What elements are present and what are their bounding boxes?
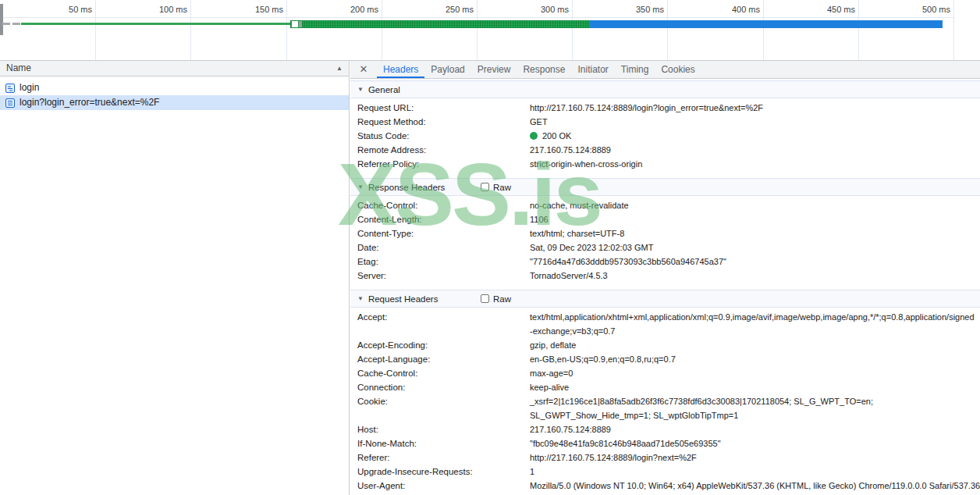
header-name: Upgrade-Insecure-Requests: (350, 465, 530, 479)
header-row: Date:Sat, 09 Dec 2023 12:02:03 GMT (350, 240, 980, 255)
close-button[interactable]: ✕ (350, 61, 377, 78)
overview-gray-dash (12, 23, 20, 25)
timeline-gridline (763, 0, 764, 60)
header-name: Remote Address: (350, 143, 530, 157)
timeline-gridline (382, 0, 382, 60)
section-header[interactable]: ▼General (350, 80, 980, 98)
header-value: 217.160.75.124:8889 (530, 422, 980, 436)
header-value: strict-origin-when-cross-origin (530, 157, 980, 171)
details-panel: ✕ HeadersPayloadPreviewResponseInitiator… (350, 61, 980, 495)
timeline-gridline (667, 0, 668, 60)
timeline-gridline (190, 0, 191, 60)
header-row: Content-Length:1106 (350, 212, 980, 226)
request-row[interactable]: login (0, 80, 349, 95)
header-row: Accept:text/html,application/xhtml+xml,a… (350, 310, 980, 338)
tab-headers[interactable]: Headers (377, 61, 424, 78)
tab-response[interactable]: Response (517, 61, 571, 78)
section-general: ▼GeneralRequest URL:http://217.160.75.12… (350, 80, 980, 171)
raw-checkbox[interactable] (481, 294, 489, 303)
raw-toggle[interactable]: Raw (481, 290, 511, 307)
timeline-overview[interactable]: 50 ms100 ms150 ms200 ms250 ms300 ms350 m… (0, 0, 980, 61)
header-row: Accept-Language:en-GB,en-US;q=0.9,en;q=0… (350, 352, 980, 366)
header-name: Content-Length: (350, 212, 530, 226)
header-value: gzip, deflate (530, 338, 980, 352)
header-name: Date: (350, 240, 530, 255)
timeline-selection-grip[interactable] (299, 21, 302, 27)
request-name: login (20, 80, 39, 95)
header-row: If-None-Match:"fbc09e48e41fa9c81c46b948a… (350, 436, 980, 450)
header-value: max-age=0 (530, 366, 980, 380)
header-row: Host:217.160.75.124:8889 (350, 422, 980, 436)
timeline-tick-label: 250 ms (411, 5, 474, 15)
timeline-tick-label: 50 ms (30, 5, 92, 15)
disclosure-triangle-icon: ▼ (357, 184, 364, 191)
name-column-header[interactable]: Name ▲ (0, 61, 349, 77)
disclosure-triangle-icon: ▼ (357, 296, 364, 302)
disclosure-triangle-icon: ▼ (357, 87, 364, 93)
document-icon (5, 98, 15, 108)
header-row: Remote Address:217.160.75.124:8889 (350, 143, 980, 157)
raw-toggle[interactable]: Raw (481, 179, 511, 195)
sort-ascending-icon: ▲ (336, 65, 343, 73)
header-name: Request URL: (350, 101, 530, 115)
timeline-selection-handle[interactable] (292, 21, 298, 27)
header-row: Status Code:200 OK (350, 129, 980, 143)
timeline-gridline (477, 0, 478, 60)
tab-initiator[interactable]: Initiator (571, 61, 614, 78)
header-value: 217.160.75.124:8889 (530, 143, 980, 157)
header-row: Referer:http://217.160.75.124:8889/login… (350, 450, 980, 465)
header-value: http://217.160.75.124:8889/login?login_e… (530, 101, 980, 115)
header-value: Mozilla/5.0 (Windows NT 10.0; Win64; x64… (530, 479, 980, 493)
header-value: text/html; charset=UTF-8 (530, 226, 980, 240)
overview-gray-dash (2, 23, 10, 25)
timeline-tick-label: 500 ms (888, 5, 950, 15)
header-value: _xsrf=2|1c196ce1|8a8fa5adb26f3f6c7738fdf… (530, 394, 980, 422)
header-name: Request Method: (350, 115, 530, 129)
section-header[interactable]: ▼Response HeadersRaw (350, 178, 980, 196)
header-name: Cookie: (350, 394, 530, 422)
section-title: Request Headers (368, 294, 439, 304)
header-value: TornadoServer/4.5.3 (530, 269, 980, 283)
header-name: Accept-Encoding: (350, 338, 530, 352)
header-row: User-Agent:Mozilla/5.0 (Windows NT 10.0;… (350, 479, 980, 493)
details-tab-bar: ✕ HeadersPayloadPreviewResponseInitiator… (350, 61, 980, 79)
header-name: Connection: (350, 380, 530, 394)
header-name: If-None-Match: (350, 436, 530, 450)
close-icon: ✕ (360, 63, 368, 75)
timeline-gridline (95, 0, 96, 60)
tab-timing[interactable]: Timing (615, 61, 655, 78)
header-row: Upgrade-Insecure-Requests:1 (350, 465, 980, 479)
section-title: General (368, 85, 400, 94)
header-row: Referrer Policy:strict-origin-when-cross… (350, 157, 980, 171)
tab-cookies[interactable]: Cookies (655, 61, 701, 78)
request-timeline-bar[interactable] (290, 20, 943, 28)
timeline-gridline (286, 0, 287, 60)
timeline-tick-label: 150 ms (221, 5, 283, 15)
raw-checkbox[interactable] (481, 183, 489, 191)
header-value: 1 (530, 465, 980, 479)
header-row: Accept-Encoding:gzip, deflate (350, 338, 980, 352)
section-header[interactable]: ▼Request HeadersRaw (350, 290, 980, 308)
header-row: Etag:"7716d4a47d63dddb9573093c3bb560a946… (350, 255, 980, 269)
header-value: "fbc09e48e41fa9c81c46b948aad71de505e6935… (530, 436, 980, 450)
header-name: Referer: (350, 450, 530, 465)
header-name: Cache-Control: (350, 366, 530, 380)
timeline-drag-handle[interactable] (0, 4, 3, 35)
timeline-tick-label: 100 ms (125, 5, 187, 15)
header-row: Connection:keep-alive (350, 380, 980, 394)
tab-preview[interactable]: Preview (471, 61, 517, 78)
timeline-tick-label: 200 ms (316, 5, 378, 15)
header-value: GET (530, 115, 980, 129)
request-row[interactable]: login?login_error=true&next=%2F (0, 95, 349, 110)
status-text: 200 OK (542, 131, 571, 141)
header-value: Sat, 09 Dec 2023 12:02:03 GMT (530, 240, 980, 255)
tab-payload[interactable]: Payload (424, 61, 470, 78)
section-request-headers: ▼Request HeadersRawAccept:text/html,appl… (350, 290, 980, 493)
header-row: Cache-Control:no-cache, must-revalidate (350, 198, 980, 212)
header-name: Host: (350, 422, 530, 436)
header-name: Status Code: (350, 129, 530, 143)
request-list: loginlogin?login_error=true&next=%2F (0, 77, 349, 110)
document-icon (5, 84, 15, 93)
header-value: 200 OK (530, 129, 980, 143)
header-row: Cache-Control:max-age=0 (350, 366, 980, 380)
